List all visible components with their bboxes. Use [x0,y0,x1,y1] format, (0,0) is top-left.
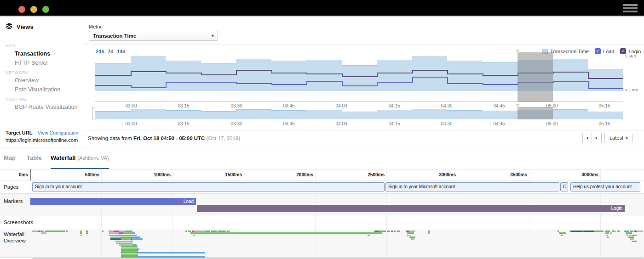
marker-bar-load[interactable]: Load [30,198,196,205]
brush-band-segment [412,109,448,119]
overview-request-bar [115,235,134,236]
overview-request-bar [397,231,400,232]
page-bar[interactable]: Sign in to your account [32,182,385,191]
previous-round-button[interactable]: ◂ [582,133,592,143]
tab-table[interactable]: Table [27,148,42,169]
next-round-button[interactable]: ▸ [592,133,602,143]
page-bar[interactable]: C… [560,182,568,191]
metric-dropdown[interactable]: Transaction Time ▾ [89,31,218,41]
tab-map[interactable]: Map [4,148,16,169]
overview-request-bar [131,241,133,242]
divider [84,45,644,45]
load-line-connector [377,82,378,86]
load-line-connector [447,77,448,84]
latest-button[interactable]: Latest⇥ [604,133,632,143]
overview-request-bar [629,235,632,236]
overview-request-bar [218,231,221,232]
brush-x-axis-tick: 04:00 [335,121,347,126]
load-line-connector [412,77,413,83]
overview-request-bar [121,254,138,256]
brush-selected-window[interactable] [518,107,553,119]
page-bar[interactable]: Help us protect your account [570,182,640,191]
overview-request-bar [135,248,139,250]
login-line [483,75,518,76]
brush-x-axis-tick: 03:00 [125,121,137,126]
load-line-connector [131,85,132,88]
login-line [166,73,201,73]
overview-request-bar [626,232,632,234]
minimize-window-button[interactable] [30,6,37,13]
overview-request-bar [110,236,121,238]
overview-request-bar [632,241,637,242]
brush-left-handle[interactable] [92,107,95,119]
overview-request-bar [407,232,414,234]
load-line-connector [306,81,307,85]
login-line [271,73,307,73]
login-line [553,72,588,73]
screen: Views WEBTransactionsHTTP ServerNETWORKO… [0,0,644,259]
overview-request-bar [558,231,559,232]
band-segment [342,65,377,91]
page-bar[interactable]: Sign in to your Microsoft account [385,182,559,191]
brush-band-segment [588,112,623,119]
screenshots-row-label: Screenshots [4,220,33,225]
sidebar-item-bgp-route-visualization[interactable]: BGP Route Visualization [0,102,84,112]
scale-tick-label: 0ms [19,172,30,177]
overview-request-bar [559,232,566,234]
overview-request-bar [391,231,393,232]
overview-request-bar [41,232,46,234]
y-axis-min-label: < 1 ms [625,88,638,92]
login-line [447,73,483,74]
overview-request-bar [394,231,396,232]
target-url-value: https://login.microsoftonline.com [6,137,78,143]
overview-request-bar [192,232,382,234]
overview-request-bar [193,235,195,236]
overview-request-bar [80,235,82,236]
marker-bar-login[interactable]: Login [197,205,625,212]
login-line [95,75,131,76]
login-line-connector [377,73,378,77]
overview-request-bar [630,231,633,232]
view-configuration-link[interactable]: View Configuration [38,130,78,135]
overview-request-bar [624,231,629,232]
load-line [447,83,483,84]
waterfall-gridline [30,169,30,258]
time-pager: ◂ ▸ [582,133,602,143]
scale-tick-label: 1000ms [154,172,172,177]
band-segment [377,60,412,91]
transaction-time-chart[interactable]: 03:0003:1503:3003:4504:0004:1504:3004:45… [95,53,623,102]
views-header: Views [0,17,84,36]
overview-request-bar [115,241,131,242]
brush-band-segment [131,109,166,119]
sidebar-item-overview[interactable]: Overview [0,76,84,85]
close-window-button[interactable] [18,6,25,13]
chevron-down-icon: ▾ [212,31,214,40]
overview-request-bar [387,231,390,232]
sidebar-item-path-visualization[interactable]: Path Visualization [0,85,84,94]
login-line-connector [201,73,202,75]
sidebar-item-http-server[interactable]: HTTP Server [0,58,84,68]
zoom-window-button[interactable] [42,6,49,13]
timeline-brush[interactable]: 03:0003:1503:3003:4504:0004:1504:3004:45… [95,107,623,119]
overview-request-bar [131,231,132,232]
load-line [131,87,166,88]
overview-request-bar [406,231,409,232]
brush-band-segment [271,110,307,119]
overview-request-bar [119,232,123,234]
load-line [342,85,377,86]
brush-band-segment [201,111,236,119]
load-line-connector [236,82,237,84]
overview-request-bar [86,231,88,232]
sidebar-title: Views [17,23,34,30]
login-line [236,70,271,71]
overview-request-bar [80,232,82,234]
overview-request-bar [605,231,610,232]
metric-label: Metric [89,24,103,29]
menu-icon[interactable] [623,4,638,13]
tab-waterfall[interactable]: Waterfall(Ashburn, VA) [51,148,109,169]
login-line-connector [306,73,307,74]
login-line [377,73,412,73]
chart-panel: Metric Transaction Time ▾ 24h7d14d Trans… [84,17,644,148]
selected-time-window[interactable] [518,52,553,102]
sidebar-item-transactions[interactable]: Transactions [0,49,84,58]
